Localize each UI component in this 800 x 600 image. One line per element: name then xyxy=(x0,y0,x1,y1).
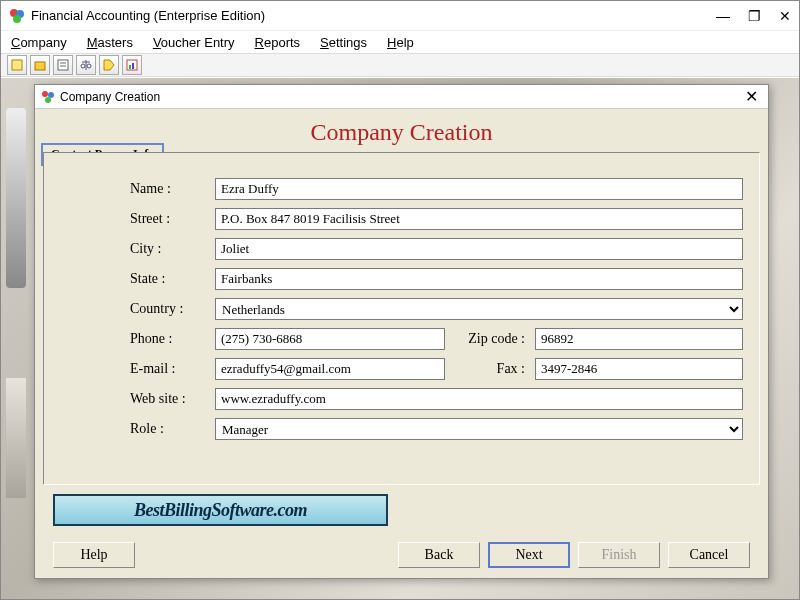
name-input[interactable] xyxy=(215,178,743,200)
dialog-title: Company Creation xyxy=(60,90,741,104)
toolbar-edit-icon[interactable] xyxy=(53,55,73,75)
svg-point-18 xyxy=(45,97,51,103)
email-input[interactable] xyxy=(215,358,445,380)
window-controls: — ❐ ✕ xyxy=(716,8,791,24)
svg-point-10 xyxy=(81,64,85,68)
country-label: Country : xyxy=(60,301,215,317)
next-button[interactable]: Next xyxy=(488,542,570,568)
svg-marker-12 xyxy=(104,60,114,70)
role-label: Role : xyxy=(60,421,215,437)
menu-voucher-entry[interactable]: Voucher Entry xyxy=(153,35,235,50)
fax-label: Fax : xyxy=(445,361,535,377)
role-select[interactable]: Manager xyxy=(215,418,743,440)
menubar: Company Masters Voucher Entry Reports Se… xyxy=(1,31,799,53)
toolbar-balance-icon[interactable] xyxy=(76,55,96,75)
street-input[interactable] xyxy=(215,208,743,230)
zipcode-input[interactable] xyxy=(535,328,743,350)
form-area: Name : Street : City : State : Country :… xyxy=(43,152,760,485)
titlebar: Financial Accounting (Enterprise Edition… xyxy=(1,1,799,31)
menu-masters[interactable]: Masters xyxy=(87,35,133,50)
phone-input[interactable] xyxy=(215,328,445,350)
svg-rect-15 xyxy=(132,63,134,69)
name-label: Name : xyxy=(60,181,215,197)
dialog-icon xyxy=(41,90,55,104)
app-title: Financial Accounting (Enterprise Edition… xyxy=(31,8,716,23)
svg-point-11 xyxy=(87,64,91,68)
svg-rect-3 xyxy=(12,60,22,70)
menu-settings[interactable]: Settings xyxy=(320,35,367,50)
email-label: E-mail : xyxy=(60,361,215,377)
app-icon xyxy=(9,8,25,24)
country-select[interactable]: Netherlands xyxy=(215,298,743,320)
company-creation-dialog: Company Creation ✕ Company Creation Cont… xyxy=(34,84,769,579)
dialog-close-icon[interactable]: ✕ xyxy=(741,87,762,106)
menu-reports[interactable]: Reports xyxy=(255,35,301,50)
menu-help[interactable]: Help xyxy=(387,35,414,50)
toolbar-new-icon[interactable] xyxy=(7,55,27,75)
minimize-button[interactable]: — xyxy=(716,8,730,24)
maximize-button[interactable]: ❐ xyxy=(748,8,761,24)
toolbar xyxy=(1,53,799,77)
street-label: Street : xyxy=(60,211,215,227)
website-input[interactable] xyxy=(215,388,743,410)
main-window: Financial Accounting (Enterprise Edition… xyxy=(0,0,800,600)
state-input[interactable] xyxy=(215,268,743,290)
back-button[interactable]: Back xyxy=(398,542,480,568)
menu-company[interactable]: Company xyxy=(11,35,67,50)
city-input[interactable] xyxy=(215,238,743,260)
finish-button[interactable]: Finish xyxy=(578,542,660,568)
city-label: City : xyxy=(60,241,215,257)
svg-rect-14 xyxy=(129,65,131,69)
toolbar-tag-icon[interactable] xyxy=(99,55,119,75)
button-row: Help Back Next Finish Cancel xyxy=(35,542,768,568)
phone-label: Phone : xyxy=(60,331,215,347)
svg-point-2 xyxy=(13,15,21,23)
dialog-titlebar: Company Creation ✕ xyxy=(35,85,768,109)
watermark: BestBillingSoftware.com xyxy=(53,494,388,526)
toolbar-report-icon[interactable] xyxy=(122,55,142,75)
svg-point-16 xyxy=(42,91,48,97)
toolbar-open-icon[interactable] xyxy=(30,55,50,75)
zipcode-label: Zip code : xyxy=(445,331,535,347)
cancel-button[interactable]: Cancel xyxy=(668,542,750,568)
state-label: State : xyxy=(60,271,215,287)
svg-rect-5 xyxy=(58,60,68,70)
help-button[interactable]: Help xyxy=(53,542,135,568)
fax-input[interactable] xyxy=(535,358,743,380)
website-label: Web site : xyxy=(60,391,215,407)
close-button[interactable]: ✕ xyxy=(779,8,791,24)
svg-point-17 xyxy=(48,92,54,98)
svg-rect-4 xyxy=(35,62,45,70)
